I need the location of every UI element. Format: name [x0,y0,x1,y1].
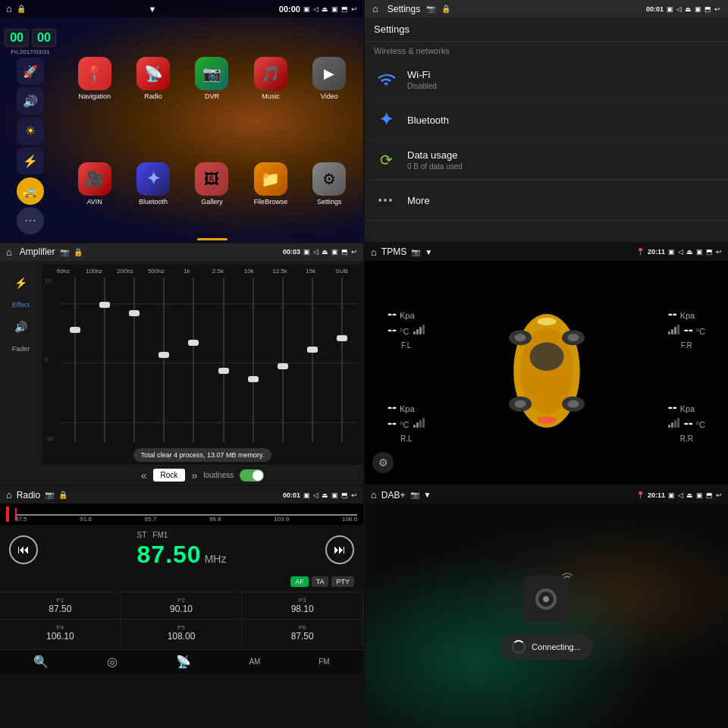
radio-preset-p6[interactable]: P6 87.50 [242,620,363,646]
tpms-fl-kpa-unit: Kpa [400,311,415,320]
tpms-settings-button[interactable]: ⚙ [372,452,394,473]
eq-handle-7[interactable] [248,376,259,382]
app-filebrowse[interactable]: 📁 FileBrowse [243,133,298,235]
eq-preset-button[interactable]: Rock [153,469,186,482]
radio-preset-p1[interactable]: P1 87.50 [0,592,121,619]
radio-rds-button[interactable]: ◎ [107,654,118,669]
app-settings[interactable]: ⚙ Settings [302,133,357,235]
amp-home-icon[interactable]: ⌂ [6,246,12,258]
radio-home-icon[interactable]: ⌂ [6,489,12,500]
settings-more-item[interactable]: ••• More [365,180,728,221]
t-back-icon[interactable]: ↩ [716,248,722,256]
app-music[interactable]: 🎵 Music [243,27,298,130]
eq-track-6 [223,278,224,443]
home-icon[interactable]: ⌂ [6,3,12,14]
volume-button[interactable]: 🔊 [17,87,44,115]
app-avin[interactable]: 🎥 AVIN [67,133,122,235]
settings-icon: ⚙ [312,162,346,196]
eq-band-7[interactable] [249,278,258,443]
eq-handle-9[interactable] [307,347,318,353]
app-radio[interactable]: 📡 Radio [125,27,180,130]
eq-handle-1[interactable] [70,327,80,333]
eq-band-9[interactable] [308,278,317,443]
loudness-toggle[interactable] [240,469,264,482]
d-back-icon[interactable]: ↩ [716,491,722,499]
app-video[interactable]: ▶ Video [302,27,357,130]
panel-radio: ⌂ Radio 📷 🔒 00:01 ▣ ◁ ⏏ ▣ ⬒ ↩ 8 [0,486,363,728]
eq-label-2k5: 2.5k [202,268,234,275]
eq-handle-3[interactable] [129,310,140,316]
equalizer-button[interactable]: ⚡ [17,147,44,174]
eq-band-4[interactable] [159,278,168,443]
eq-band-3[interactable] [130,278,139,443]
panel-settings: ⌂ Settings 📷 🔒 00:01 ▣ ◁ ⏏ ▣ ⬒ ↩ Setting… [365,0,728,242]
radio-preset-p3[interactable]: P3 98.10 [242,592,363,619]
eq-handle-5[interactable] [188,340,199,346]
tpms-fr-kpa-val: -- [668,306,677,322]
radio-fm-button[interactable]: FM [318,657,329,666]
app-navigation[interactable]: 📍 Navigation [67,27,122,130]
a-vol-icon: ◁ [313,248,318,256]
music-label: Music [262,93,280,100]
freq-95: 95.7 [145,516,157,522]
eq-handle-8[interactable] [278,363,288,369]
eq-band-1[interactable] [71,278,80,443]
eq-scale-m10: -10 [45,435,54,442]
radio-prev-button[interactable]: ⏮ [9,535,38,564]
eq-band-2[interactable] [100,278,109,443]
eq-handle-10[interactable] [337,335,347,341]
eq-prev-icon[interactable]: « [141,469,147,482]
radio-search-button[interactable]: 🔍 [33,654,49,669]
amp-volume-icon[interactable]: 🔊 [9,315,33,339]
eq-next-icon[interactable]: » [191,469,197,482]
dab-home-icon[interactable]: ⌂ [371,489,377,500]
eq-sliders-icon[interactable]: ⚡ [9,271,33,295]
tpms-home-icon[interactable]: ⌂ [371,246,377,258]
radio-preset-p4[interactable]: P4 106.10 [0,620,121,646]
amp-statusbar-right: 00:03 ▣ ◁ ⏏ ▣ ⬒ ↩ [283,248,357,256]
settings-bluetooth-item[interactable]: ✦ Bluetooth [365,100,728,140]
radio-antenna-button[interactable]: 📡 [176,654,191,669]
a-back-icon[interactable]: ↩ [351,248,357,256]
radio-pty-tag[interactable]: PTY [331,576,354,587]
eq-band-10[interactable] [337,278,347,443]
dvr-icon: 📷 [195,57,228,90]
settings-wifi-item[interactable]: Wi-Fi Disabled [365,60,728,100]
radio-next-button[interactable]: ⏭ [325,535,354,564]
menu-button[interactable]: ⋯ [17,207,44,234]
eq-handle-4[interactable] [158,352,169,358]
radio-preset-p5[interactable]: P5 108.00 [121,620,243,646]
eq-band-8[interactable] [278,278,287,443]
back-icon[interactable]: ↩ [351,5,357,13]
app-dvr[interactable]: 📷 DVR [184,27,240,130]
home-statusbar-left: ⌂ 🔒 [6,3,26,14]
settings-home-icon[interactable]: ⌂ [372,3,378,14]
eq-handle-2[interactable] [99,302,110,308]
a-monitor-icon: ▣ [331,248,338,256]
settings-data-item[interactable]: ⟳ Data usage 0 B of data used [365,140,728,180]
s-back-icon[interactable]: ↩ [714,5,720,13]
brightness-button[interactable]: ☀ [17,118,44,145]
app-gallery[interactable]: 🖼 Gallery [184,133,240,235]
radio-time: 00:01 [283,491,300,499]
eq-bottom-bar: « Rock » loudness [42,465,363,485]
app-bluetooth[interactable]: ✦ Bluetooth [125,133,180,235]
dab-loc-icon: 📍 [636,491,645,499]
eq-label-200hz: 200hz [110,268,141,275]
eq-handle-6[interactable] [218,368,229,374]
rocket-button[interactable]: 🚀 [17,58,44,85]
radio-am-button[interactable]: AM [249,657,260,666]
dab-device [523,576,569,622]
radio-ta-tag[interactable]: TA [312,576,329,587]
radio-freq-unit: MHz [205,553,227,565]
eq-band-5[interactable] [189,278,198,443]
settings-lock-icon: 🔒 [441,5,450,13]
car-button[interactable]: 🚕 [17,177,44,205]
radio-scale[interactable]: 87.5 91.6 95.7 99.8 103.9 108.0 [15,508,357,520]
home-time: 00:00 [279,5,300,14]
r-back-icon[interactable]: ↩ [351,491,357,499]
radio-preset-p2[interactable]: P2 90.10 [121,592,243,619]
preset-freq-6: 87.50 [245,631,359,642]
radio-af-tag[interactable]: AF [290,576,309,587]
eq-band-6[interactable] [219,278,228,443]
